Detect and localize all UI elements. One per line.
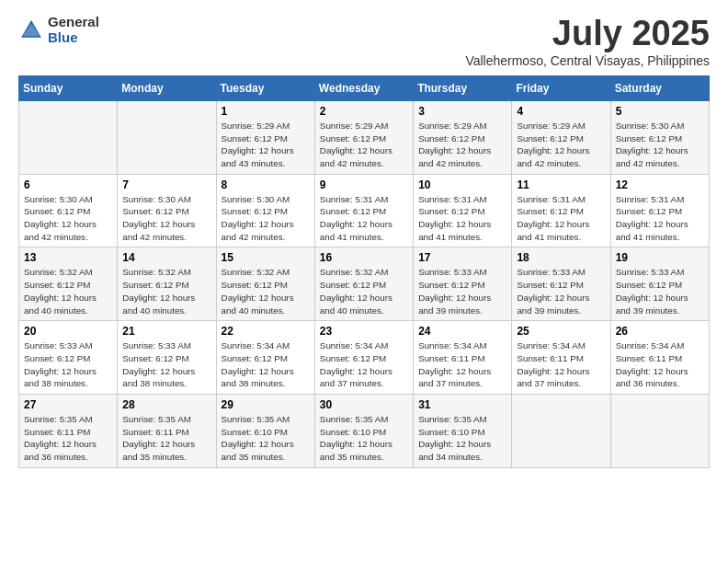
calendar-body: 1Sunrise: 5:29 AMSunset: 6:12 PMDaylight…	[19, 100, 710, 467]
weekday-header-thursday: Thursday	[414, 75, 512, 100]
logo-general: General	[48, 15, 99, 30]
calendar-cell: 6Sunrise: 5:30 AMSunset: 6:12 PMDaylight…	[19, 174, 118, 247]
calendar-cell: 21Sunrise: 5:33 AMSunset: 6:12 PMDayligh…	[118, 321, 216, 395]
calendar-cell: 18Sunrise: 5:33 AMSunset: 6:12 PMDayligh…	[512, 247, 610, 321]
calendar-cell: 31Sunrise: 5:35 AMSunset: 6:10 PMDayligh…	[414, 395, 512, 468]
calendar-cell: 13Sunrise: 5:32 AMSunset: 6:12 PMDayligh…	[19, 247, 118, 321]
cell-info: Sunrise: 5:33 AMSunset: 6:12 PMDaylight:…	[24, 339, 112, 390]
logo-text: General Blue	[48, 15, 99, 45]
cell-info: Sunrise: 5:31 AMSunset: 6:12 PMDaylight:…	[517, 193, 605, 244]
calendar-cell	[19, 100, 118, 174]
cell-info: Sunrise: 5:33 AMSunset: 6:12 PMDaylight:…	[517, 266, 605, 316]
weekday-header-tuesday: Tuesday	[216, 75, 314, 100]
logo: General Blue	[18, 15, 99, 45]
day-number: 14	[122, 251, 210, 264]
cell-info: Sunrise: 5:34 AMSunset: 6:11 PMDaylight:…	[616, 339, 704, 390]
cell-info: Sunrise: 5:34 AMSunset: 6:12 PMDaylight:…	[222, 339, 310, 390]
calendar-cell: 11Sunrise: 5:31 AMSunset: 6:12 PMDayligh…	[512, 174, 610, 247]
cell-info: Sunrise: 5:31 AMSunset: 6:12 PMDaylight:…	[320, 193, 408, 244]
cell-info: Sunrise: 5:35 AMSunset: 6:10 PMDaylight:…	[320, 413, 408, 464]
calendar-cell: 17Sunrise: 5:33 AMSunset: 6:12 PMDayligh…	[414, 247, 512, 321]
day-number: 29	[222, 398, 310, 411]
cell-info: Sunrise: 5:33 AMSunset: 6:12 PMDaylight:…	[616, 266, 704, 316]
calendar-cell: 8Sunrise: 5:30 AMSunset: 6:12 PMDaylight…	[216, 174, 314, 247]
calendar-cell: 3Sunrise: 5:29 AMSunset: 6:12 PMDaylight…	[414, 100, 512, 174]
day-number: 2	[320, 105, 408, 118]
cell-info: Sunrise: 5:29 AMSunset: 6:12 PMDaylight:…	[517, 120, 605, 170]
cell-info: Sunrise: 5:33 AMSunset: 6:12 PMDaylight:…	[418, 266, 506, 316]
cell-info: Sunrise: 5:32 AMSunset: 6:12 PMDaylight:…	[222, 266, 310, 316]
day-number: 5	[616, 105, 704, 118]
day-number: 28	[122, 398, 210, 411]
cell-info: Sunrise: 5:32 AMSunset: 6:12 PMDaylight:…	[24, 266, 112, 316]
subtitle: Vallehermoso, Central Visayas, Philippin…	[465, 53, 710, 68]
cell-info: Sunrise: 5:31 AMSunset: 6:12 PMDaylight:…	[616, 193, 704, 244]
calendar-cell: 9Sunrise: 5:31 AMSunset: 6:12 PMDaylight…	[314, 174, 413, 247]
main-title: July 2025	[465, 15, 710, 53]
day-number: 15	[222, 251, 310, 264]
page-header: General Blue July 2025 Vallehermoso, Cen…	[18, 15, 710, 68]
calendar-table: SundayMondayTuesdayWednesdayThursdayFrid…	[18, 75, 710, 468]
cell-info: Sunrise: 5:29 AMSunset: 6:12 PMDaylight:…	[222, 120, 310, 170]
cell-info: Sunrise: 5:32 AMSunset: 6:12 PMDaylight:…	[320, 266, 408, 316]
logo-blue: Blue	[48, 30, 99, 46]
cell-info: Sunrise: 5:35 AMSunset: 6:10 PMDaylight:…	[418, 413, 506, 464]
calendar-week-row: 13Sunrise: 5:32 AMSunset: 6:12 PMDayligh…	[19, 247, 710, 321]
calendar-cell: 27Sunrise: 5:35 AMSunset: 6:11 PMDayligh…	[19, 395, 118, 468]
cell-info: Sunrise: 5:34 AMSunset: 6:11 PMDaylight:…	[418, 339, 506, 390]
weekday-header-row: SundayMondayTuesdayWednesdayThursdayFrid…	[19, 75, 710, 100]
cell-info: Sunrise: 5:32 AMSunset: 6:12 PMDaylight:…	[122, 266, 210, 316]
weekday-header-sunday: Sunday	[19, 75, 118, 100]
calendar-week-row: 1Sunrise: 5:29 AMSunset: 6:12 PMDaylight…	[19, 100, 710, 174]
calendar-cell: 20Sunrise: 5:33 AMSunset: 6:12 PMDayligh…	[19, 321, 118, 395]
calendar-week-row: 27Sunrise: 5:35 AMSunset: 6:11 PMDayligh…	[19, 395, 710, 468]
day-number: 25	[517, 325, 605, 338]
cell-info: Sunrise: 5:34 AMSunset: 6:12 PMDaylight:…	[320, 339, 408, 390]
day-number: 17	[418, 251, 506, 264]
day-number: 27	[24, 398, 112, 411]
calendar-week-row: 20Sunrise: 5:33 AMSunset: 6:12 PMDayligh…	[19, 321, 710, 395]
day-number: 18	[517, 251, 605, 264]
day-number: 10	[418, 178, 506, 191]
day-number: 23	[320, 325, 408, 338]
calendar-cell: 7Sunrise: 5:30 AMSunset: 6:12 PMDaylight…	[118, 174, 216, 247]
calendar-cell: 5Sunrise: 5:30 AMSunset: 6:12 PMDaylight…	[610, 100, 709, 174]
day-number: 13	[24, 251, 112, 264]
calendar-week-row: 6Sunrise: 5:30 AMSunset: 6:12 PMDaylight…	[19, 174, 710, 247]
day-number: 21	[122, 325, 210, 338]
day-number: 30	[320, 398, 408, 411]
calendar-cell: 15Sunrise: 5:32 AMSunset: 6:12 PMDayligh…	[216, 247, 314, 321]
calendar-cell: 28Sunrise: 5:35 AMSunset: 6:11 PMDayligh…	[118, 395, 216, 468]
weekday-header-wednesday: Wednesday	[314, 75, 413, 100]
day-number: 6	[24, 178, 112, 191]
calendar-cell: 24Sunrise: 5:34 AMSunset: 6:11 PMDayligh…	[414, 321, 512, 395]
svg-marker-1	[23, 23, 40, 36]
cell-info: Sunrise: 5:30 AMSunset: 6:12 PMDaylight:…	[222, 193, 310, 244]
day-number: 19	[616, 251, 704, 264]
weekday-header-monday: Monday	[118, 75, 216, 100]
calendar-cell: 14Sunrise: 5:32 AMSunset: 6:12 PMDayligh…	[118, 247, 216, 321]
day-number: 22	[222, 325, 310, 338]
calendar-cell	[610, 395, 709, 468]
day-number: 11	[517, 178, 605, 191]
cell-info: Sunrise: 5:30 AMSunset: 6:12 PMDaylight:…	[24, 193, 112, 244]
calendar-cell: 30Sunrise: 5:35 AMSunset: 6:10 PMDayligh…	[314, 395, 413, 468]
cell-info: Sunrise: 5:34 AMSunset: 6:11 PMDaylight:…	[517, 339, 605, 390]
calendar-cell: 1Sunrise: 5:29 AMSunset: 6:12 PMDaylight…	[216, 100, 314, 174]
calendar-cell: 25Sunrise: 5:34 AMSunset: 6:11 PMDayligh…	[512, 321, 610, 395]
calendar-cell: 2Sunrise: 5:29 AMSunset: 6:12 PMDaylight…	[314, 100, 413, 174]
calendar-cell: 10Sunrise: 5:31 AMSunset: 6:12 PMDayligh…	[414, 174, 512, 247]
calendar-cell	[512, 395, 610, 468]
cell-info: Sunrise: 5:35 AMSunset: 6:10 PMDaylight:…	[222, 413, 310, 464]
cell-info: Sunrise: 5:35 AMSunset: 6:11 PMDaylight:…	[24, 413, 112, 464]
day-number: 7	[122, 178, 210, 191]
day-number: 26	[616, 325, 704, 338]
cell-info: Sunrise: 5:29 AMSunset: 6:12 PMDaylight:…	[320, 120, 408, 170]
day-number: 20	[24, 325, 112, 338]
calendar-cell: 29Sunrise: 5:35 AMSunset: 6:10 PMDayligh…	[216, 395, 314, 468]
day-number: 4	[517, 105, 605, 118]
day-number: 31	[418, 398, 506, 411]
cell-info: Sunrise: 5:30 AMSunset: 6:12 PMDaylight:…	[616, 120, 704, 170]
cell-info: Sunrise: 5:30 AMSunset: 6:12 PMDaylight:…	[122, 193, 210, 244]
cell-info: Sunrise: 5:31 AMSunset: 6:12 PMDaylight:…	[418, 193, 506, 244]
